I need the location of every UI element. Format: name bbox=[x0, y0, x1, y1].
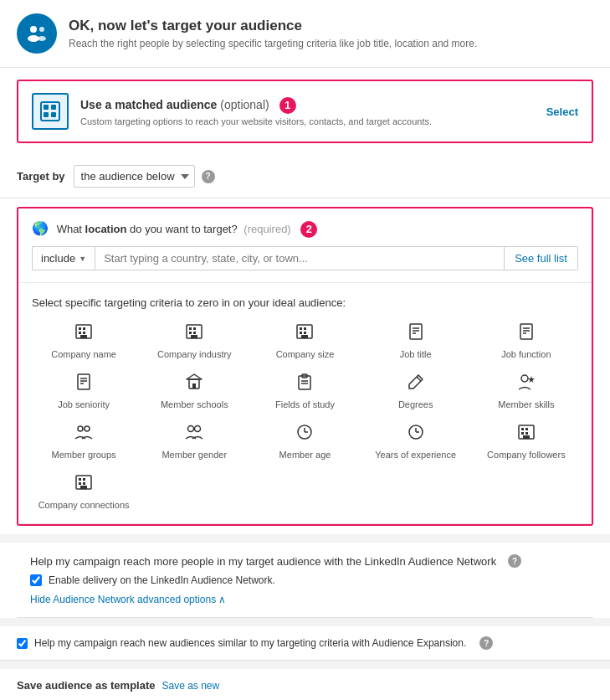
criteria-icon-11 bbox=[185, 423, 203, 445]
criteria-item-job-function[interactable]: Job function bbox=[474, 322, 578, 359]
optional-label: (optional) bbox=[220, 98, 269, 111]
criteria-item-member-age[interactable]: Member age bbox=[253, 423, 356, 460]
svg-rect-13 bbox=[79, 332, 81, 334]
svg-rect-69 bbox=[79, 482, 81, 485]
svg-rect-19 bbox=[189, 332, 192, 334]
include-button[interactable]: include ▼ bbox=[32, 246, 95, 270]
svg-rect-7 bbox=[51, 105, 56, 110]
save-as-new-link[interactable]: Save as new bbox=[161, 680, 219, 692]
criteria-icon-8 bbox=[407, 373, 425, 394]
svg-rect-26 bbox=[304, 332, 306, 334]
hide-network-link[interactable]: Hide Audience Network advanced options ∧ bbox=[30, 594, 226, 605]
matched-audience-content: Use a matched audience (optional) 1 Cust… bbox=[80, 97, 536, 126]
svg-rect-42 bbox=[192, 383, 196, 389]
criteria-icon-5 bbox=[74, 373, 93, 394]
matched-audience-title: Use a matched audience (optional) 1 bbox=[80, 97, 536, 114]
audience-network-title: Help my campaign reach more people in my… bbox=[30, 554, 580, 568]
svg-point-50 bbox=[78, 426, 83, 431]
criteria-label-3: Job title bbox=[400, 349, 432, 359]
criteria-label-1: Company industry bbox=[157, 349, 232, 359]
svg-rect-10 bbox=[79, 327, 81, 330]
help-icon-network[interactable]: ? bbox=[508, 554, 521, 568]
chevron-down-icon: ▼ bbox=[79, 255, 86, 263]
enable-delivery-row: Enable delivery on the LinkedIn Audience… bbox=[30, 574, 580, 586]
matched-audience-icon bbox=[32, 93, 69, 130]
criteria-label-4: Job function bbox=[501, 349, 551, 359]
criteria-item-company-industry[interactable]: Company industry bbox=[142, 322, 246, 359]
target-by-select[interactable]: the audience below a saved audience bbox=[74, 165, 195, 188]
criteria-label-0: Company name bbox=[51, 349, 116, 359]
criteria-item-company-connections[interactable]: Company connections bbox=[32, 473, 136, 510]
save-audience-section: Save audience as template Save as new bbox=[0, 669, 610, 700]
page-header: OK, now let's target your audience Reach… bbox=[0, 0, 610, 68]
svg-rect-18 bbox=[193, 327, 196, 330]
criteria-item-member-schools[interactable]: Member schools bbox=[142, 373, 246, 409]
criteria-label-2: Company size bbox=[276, 349, 335, 359]
svg-rect-20 bbox=[193, 332, 196, 334]
help-icon-target[interactable]: ? bbox=[202, 170, 215, 183]
svg-rect-25 bbox=[300, 332, 302, 334]
svg-rect-67 bbox=[79, 478, 81, 481]
see-full-list-button[interactable]: See full list bbox=[505, 246, 578, 270]
criteria-item-job-seniority[interactable]: Job seniority bbox=[32, 373, 136, 409]
audience-expansion-row: Help my campaign reach new audiences sim… bbox=[17, 636, 593, 650]
chevron-up-icon: ∧ bbox=[218, 594, 226, 605]
page-title: OK, now let's target your audience bbox=[69, 18, 477, 34]
section-divider-3 bbox=[0, 661, 610, 669]
target-by-label: Target by bbox=[17, 170, 65, 183]
criteria-item-years-of-experience[interactable]: Years of experience bbox=[364, 423, 468, 460]
contacts-icon bbox=[38, 100, 62, 123]
criteria-item-fields-of-study[interactable]: Fields of study bbox=[253, 373, 356, 409]
criteria-icon-0 bbox=[74, 322, 93, 344]
criteria-label-15: Company connections bbox=[38, 500, 130, 510]
criteria-label-6: Member schools bbox=[161, 399, 228, 409]
criteria-item-member-gender[interactable]: Member gender bbox=[142, 423, 246, 460]
location-input-row: include ▼ See full list bbox=[32, 246, 578, 270]
criteria-item-company-name[interactable]: Company name bbox=[32, 322, 136, 359]
svg-rect-68 bbox=[83, 478, 85, 481]
svg-rect-28 bbox=[410, 324, 422, 339]
svg-rect-71 bbox=[80, 486, 87, 489]
criteria-grid: Company nameCompany industryCompany size… bbox=[32, 322, 578, 510]
header-icon bbox=[17, 13, 57, 54]
required-label: (required) bbox=[243, 223, 290, 235]
criteria-item-degrees[interactable]: Degrees bbox=[364, 373, 468, 409]
location-bold: location bbox=[85, 223, 127, 235]
section-divider-1 bbox=[0, 534, 610, 543]
svg-rect-24 bbox=[304, 327, 306, 330]
location-input[interactable] bbox=[95, 246, 505, 270]
svg-rect-5 bbox=[44, 105, 49, 110]
svg-marker-40 bbox=[187, 374, 202, 379]
svg-rect-6 bbox=[44, 112, 49, 117]
help-icon-expansion[interactable]: ? bbox=[479, 636, 493, 650]
criteria-item-company-followers[interactable]: Company followers bbox=[474, 423, 578, 460]
svg-rect-11 bbox=[83, 327, 85, 330]
criteria-item-job-title[interactable]: Job title bbox=[364, 322, 468, 359]
step-2-badge: 2 bbox=[300, 221, 317, 238]
enable-delivery-checkbox[interactable] bbox=[30, 574, 42, 586]
audience-network-section: Help my campaign reach more people in my… bbox=[17, 543, 593, 618]
criteria-item-company-size[interactable]: Company size bbox=[253, 322, 356, 359]
target-by-row: Target by the audience below a saved aud… bbox=[0, 155, 610, 198]
page-subtitle: Reach the right people by selecting spec… bbox=[69, 38, 477, 49]
svg-rect-27 bbox=[301, 335, 308, 338]
step-1-badge: 1 bbox=[279, 97, 296, 114]
criteria-item-member-groups[interactable]: Member groups bbox=[32, 423, 136, 460]
svg-point-3 bbox=[38, 36, 46, 41]
header-text: OK, now let's target your audience Reach… bbox=[69, 18, 477, 49]
svg-rect-62 bbox=[525, 428, 528, 430]
criteria-title: Select specific targeting criteria to ze… bbox=[32, 296, 578, 309]
svg-rect-21 bbox=[191, 335, 197, 338]
svg-rect-61 bbox=[521, 428, 524, 430]
select-link[interactable]: Select bbox=[546, 106, 578, 118]
criteria-label-8: Degrees bbox=[398, 399, 433, 409]
targeting-section: 🌎 What location do you want to target? (… bbox=[17, 207, 593, 526]
criteria-label-13: Years of experience bbox=[375, 450, 456, 460]
criteria-label-10: Member groups bbox=[52, 450, 116, 460]
svg-rect-64 bbox=[525, 432, 528, 435]
criteria-icon-6 bbox=[185, 373, 203, 394]
svg-rect-65 bbox=[523, 435, 530, 439]
svg-rect-15 bbox=[80, 335, 87, 338]
criteria-item-member-skills[interactable]: Member skills bbox=[474, 373, 578, 409]
audience-expansion-checkbox[interactable] bbox=[17, 638, 28, 649]
